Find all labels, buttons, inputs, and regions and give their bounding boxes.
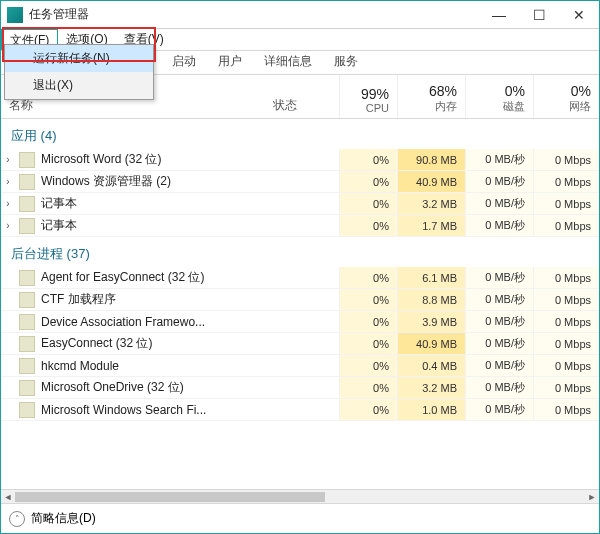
- cell-disk: 0 MB/秒: [465, 193, 533, 214]
- process-list[interactable]: 应用 (4) ›Microsoft Word (32 位)0%90.8 MB0 …: [1, 119, 599, 489]
- cell-mem: 90.8 MB: [397, 149, 465, 170]
- cell-mem: 1.0 MB: [397, 399, 465, 420]
- footer: ˄ 简略信息(D): [1, 503, 599, 533]
- fewer-details-icon[interactable]: ˄: [9, 511, 25, 527]
- cell-cpu: 0%: [339, 171, 397, 192]
- process-name: CTF 加载程序: [39, 291, 269, 308]
- process-name: 记事本: [39, 195, 269, 212]
- header-disk[interactable]: 0% 磁盘: [465, 75, 533, 118]
- scroll-thumb[interactable]: [15, 492, 325, 502]
- process-row[interactable]: CTF 加载程序0%8.8 MB0 MB/秒0 Mbps: [1, 289, 599, 311]
- process-row[interactable]: EasyConnect (32 位)0%40.9 MB0 MB/秒0 Mbps: [1, 333, 599, 355]
- expand-chevron-icon[interactable]: ›: [1, 220, 15, 231]
- expand-chevron-icon[interactable]: ›: [1, 198, 15, 209]
- net-label: 网络: [538, 99, 591, 114]
- process-row[interactable]: ›Microsoft Word (32 位)0%90.8 MB0 MB/秒0 M…: [1, 149, 599, 171]
- process-row[interactable]: ›Windows 资源管理器 (2)0%40.9 MB0 MB/秒0 Mbps: [1, 171, 599, 193]
- cell-cpu: 0%: [339, 149, 397, 170]
- titlebar[interactable]: 任务管理器 — ☐ ✕: [1, 1, 599, 29]
- tab-services[interactable]: 服务: [323, 49, 369, 74]
- window-title: 任务管理器: [29, 6, 479, 23]
- cell-disk: 0 MB/秒: [465, 171, 533, 192]
- header-memory[interactable]: 68% 内存: [397, 75, 465, 118]
- tab-details[interactable]: 详细信息: [253, 49, 323, 74]
- process-row[interactable]: Device Association Framewo...0%3.9 MB0 M…: [1, 311, 599, 333]
- process-icon: [19, 196, 35, 212]
- process-icon: [19, 314, 35, 330]
- process-row[interactable]: hkcmd Module0%0.4 MB0 MB/秒0 Mbps: [1, 355, 599, 377]
- maximize-button[interactable]: ☐: [519, 1, 559, 29]
- process-row[interactable]: ›记事本0%1.7 MB0 MB/秒0 Mbps: [1, 215, 599, 237]
- process-name: Microsoft Windows Search Fi...: [39, 403, 269, 417]
- scroll-right-icon[interactable]: ►: [585, 490, 599, 504]
- cell-disk: 0 MB/秒: [465, 355, 533, 376]
- cell-net: 0 Mbps: [533, 355, 599, 376]
- menu-run-new-task[interactable]: 运行新任务(N): [5, 45, 153, 72]
- cell-net: 0 Mbps: [533, 193, 599, 214]
- group-background: 后台进程 (37): [1, 237, 599, 267]
- expand-chevron-icon[interactable]: ›: [1, 154, 15, 165]
- process-name: Microsoft Word (32 位): [39, 151, 269, 168]
- header-cpu[interactable]: 99% CPU: [339, 75, 397, 118]
- cpu-percent: 99%: [344, 86, 389, 102]
- horizontal-scrollbar[interactable]: ◄ ►: [1, 489, 599, 503]
- cell-cpu: 0%: [339, 289, 397, 310]
- cell-cpu: 0%: [339, 399, 397, 420]
- expand-chevron-icon[interactable]: ›: [1, 176, 15, 187]
- cell-net: 0 Mbps: [533, 311, 599, 332]
- process-name: 记事本: [39, 217, 269, 234]
- cell-net: 0 Mbps: [533, 289, 599, 310]
- mem-label: 内存: [402, 99, 457, 114]
- cell-disk: 0 MB/秒: [465, 377, 533, 398]
- process-row[interactable]: ›记事本0%3.2 MB0 MB/秒0 Mbps: [1, 193, 599, 215]
- cell-net: 0 Mbps: [533, 171, 599, 192]
- process-icon: [19, 402, 35, 418]
- group-apps: 应用 (4): [1, 119, 599, 149]
- process-icon: [19, 336, 35, 352]
- cell-disk: 0 MB/秒: [465, 149, 533, 170]
- process-icon: [19, 218, 35, 234]
- process-icon: [19, 270, 35, 286]
- cell-cpu: 0%: [339, 215, 397, 236]
- header-state[interactable]: 状态: [269, 75, 339, 118]
- menu-exit[interactable]: 退出(X): [5, 72, 153, 99]
- process-name: hkcmd Module: [39, 359, 269, 373]
- cell-net: 0 Mbps: [533, 215, 599, 236]
- cell-mem: 40.9 MB: [397, 333, 465, 354]
- cell-mem: 8.8 MB: [397, 289, 465, 310]
- net-percent: 0%: [538, 83, 591, 99]
- disk-label: 磁盘: [470, 99, 525, 114]
- cell-mem: 3.2 MB: [397, 193, 465, 214]
- header-network[interactable]: 0% 网络: [533, 75, 599, 118]
- file-dropdown: 运行新任务(N) 退出(X): [4, 44, 154, 100]
- cell-cpu: 0%: [339, 377, 397, 398]
- cell-cpu: 0%: [339, 355, 397, 376]
- process-row[interactable]: Microsoft OneDrive (32 位)0%3.2 MB0 MB/秒0…: [1, 377, 599, 399]
- scroll-left-icon[interactable]: ◄: [1, 490, 15, 504]
- process-name: EasyConnect (32 位): [39, 335, 269, 352]
- process-icon: [19, 358, 35, 374]
- process-row[interactable]: Microsoft Windows Search Fi...0%1.0 MB0 …: [1, 399, 599, 421]
- process-icon: [19, 174, 35, 190]
- tab-users[interactable]: 用户: [207, 49, 253, 74]
- close-button[interactable]: ✕: [559, 1, 599, 29]
- mem-percent: 68%: [402, 83, 457, 99]
- cell-net: 0 Mbps: [533, 399, 599, 420]
- disk-percent: 0%: [470, 83, 525, 99]
- fewer-details-button[interactable]: 简略信息(D): [31, 510, 96, 527]
- process-name: Windows 资源管理器 (2): [39, 173, 269, 190]
- cell-mem: 0.4 MB: [397, 355, 465, 376]
- cell-net: 0 Mbps: [533, 333, 599, 354]
- app-icon: [7, 7, 23, 23]
- process-name: Agent for EasyConnect (32 位): [39, 269, 269, 286]
- cell-disk: 0 MB/秒: [465, 289, 533, 310]
- window-controls: — ☐ ✕: [479, 1, 599, 29]
- tab-startup[interactable]: 启动: [161, 49, 207, 74]
- cell-disk: 0 MB/秒: [465, 399, 533, 420]
- process-row[interactable]: Agent for EasyConnect (32 位)0%6.1 MB0 MB…: [1, 267, 599, 289]
- cell-disk: 0 MB/秒: [465, 215, 533, 236]
- minimize-button[interactable]: —: [479, 1, 519, 29]
- cell-mem: 1.7 MB: [397, 215, 465, 236]
- process-name: Device Association Framewo...: [39, 315, 269, 329]
- process-name: Microsoft OneDrive (32 位): [39, 379, 269, 396]
